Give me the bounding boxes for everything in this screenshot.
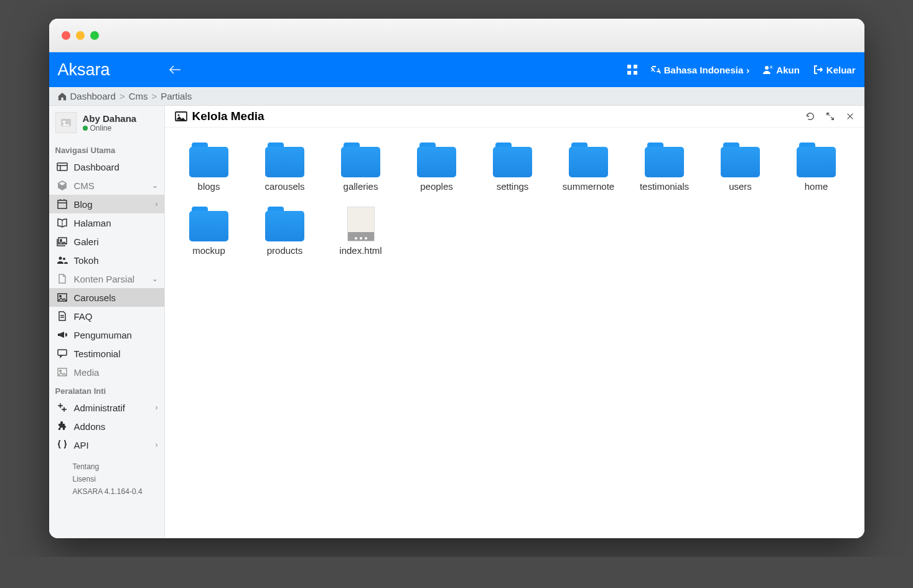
folder-item[interactable]: blogs: [171, 142, 247, 192]
expand-icon[interactable]: [826, 112, 835, 121]
folder-item[interactable]: carousels: [247, 142, 323, 192]
braces-icon: [57, 439, 68, 450]
user-cog-icon: [763, 65, 773, 75]
main-actions: [806, 112, 854, 121]
status-dot-icon: [83, 126, 88, 131]
svg-rect-2: [627, 71, 631, 75]
svg-point-11: [60, 240, 61, 241]
folder-icon: [645, 142, 684, 177]
item-label: index.html: [339, 245, 382, 256]
topbar-right: Bahasa Indonesia › Akun Keluar: [627, 65, 856, 75]
nav-dashboard[interactable]: Dashboard: [49, 157, 164, 176]
file-icon: [347, 207, 375, 241]
fullscreen-toggle-icon[interactable]: [627, 65, 637, 75]
folder-item[interactable]: peoples: [399, 142, 475, 192]
item-label: home: [805, 181, 828, 192]
nav-carousels[interactable]: Carousels: [49, 288, 164, 307]
minimize-window-dot[interactable]: [76, 31, 85, 40]
folder-item[interactable]: testimonials: [627, 142, 703, 192]
breadcrumb-dashboard[interactable]: Dashboard: [70, 91, 116, 101]
nav-tokoh[interactable]: Tokoh: [49, 251, 164, 269]
box-icon: [57, 180, 68, 191]
nav-pengumuman[interactable]: Pengumuman: [49, 325, 164, 344]
footer-tentang[interactable]: Tentang: [73, 460, 158, 473]
nav-blog[interactable]: Blog ›: [49, 195, 164, 213]
app-window: Aksara Bahasa Indonesia › Akun Keluar: [49, 19, 864, 538]
logout-button[interactable]: Keluar: [813, 65, 856, 75]
svg-point-4: [765, 66, 769, 70]
brand-logo[interactable]: Aksara: [58, 60, 169, 80]
sidebar-footer: Tentang Lisensi AKSARA 4.1.164-0.4: [49, 454, 164, 502]
user-profile[interactable]: Aby Dahana Online: [49, 106, 164, 141]
nav-addons[interactable]: Addons: [49, 417, 164, 436]
folder-icon: [797, 142, 836, 177]
language-switcher[interactable]: Bahasa Indonesia ›: [651, 65, 750, 75]
logout-icon: [813, 65, 823, 75]
close-icon[interactable]: [846, 112, 854, 121]
folder-item[interactable]: galleries: [323, 142, 399, 192]
puzzle-icon: [57, 421, 68, 432]
sidebar: Aby Dahana Online Navigasi Utama Dashboa…: [49, 106, 165, 538]
user-status: Online: [83, 124, 137, 133]
svg-point-18: [59, 370, 61, 372]
folder-icon: [493, 142, 532, 177]
account-menu[interactable]: Akun: [763, 65, 800, 75]
footer-lisensi[interactable]: Lisensi: [73, 473, 158, 485]
svg-point-15: [59, 296, 61, 297]
svg-rect-3: [634, 71, 637, 75]
nav-halaman[interactable]: Halaman: [49, 213, 164, 232]
folder-item[interactable]: users: [703, 142, 779, 192]
refresh-icon[interactable]: [806, 112, 815, 121]
svg-point-5: [770, 67, 772, 68]
media-grid: blogscarouselsgalleriespeoplessettingssu…: [165, 128, 864, 271]
nav-testimonial[interactable]: Testimonial: [49, 344, 164, 363]
item-label: mockup: [192, 245, 225, 256]
nav-api[interactable]: API ›: [49, 436, 164, 454]
breadcrumb-cms[interactable]: Cms: [129, 91, 148, 101]
folder-item[interactable]: mockup: [171, 207, 247, 256]
svg-rect-8: [57, 163, 67, 170]
nav-galeri[interactable]: Galeri: [49, 232, 164, 251]
chevron-down-icon: ⌄: [152, 181, 158, 190]
svg-point-20: [63, 408, 65, 411]
folder-item[interactable]: products: [247, 207, 323, 256]
item-label: galleries: [344, 181, 378, 192]
nav-administratif[interactable]: Administratif ›: [49, 398, 164, 417]
nav-media[interactable]: Media: [49, 363, 164, 381]
language-label: Bahasa Indonesia: [664, 65, 744, 75]
back-arrow-icon[interactable]: [169, 65, 186, 74]
breadcrumb-sep: >: [151, 91, 157, 101]
folder-icon: [189, 142, 228, 177]
chevron-down-icon: ⌄: [152, 274, 158, 283]
folder-item[interactable]: settings: [475, 142, 551, 192]
nav-faq[interactable]: FAQ: [49, 307, 164, 325]
folder-item[interactable]: home: [779, 142, 854, 192]
svg-point-22: [177, 114, 179, 116]
book-icon: [57, 217, 68, 228]
images-icon: [57, 236, 68, 247]
folder-icon: [341, 142, 380, 177]
file-icon: [57, 273, 68, 284]
image-icon: [57, 292, 68, 303]
svg-point-13: [63, 258, 65, 260]
breadcrumb: Dashboard > Cms > Partials: [49, 87, 864, 106]
calendar-icon: [57, 198, 68, 210]
close-window-dot[interactable]: [62, 31, 70, 40]
chevron-right-icon: ›: [746, 65, 749, 75]
svg-rect-16: [58, 350, 67, 355]
folder-item[interactable]: summernote: [551, 142, 627, 192]
nav-konten-parsial[interactable]: Konten Parsial ⌄: [49, 269, 164, 288]
logout-label: Keluar: [826, 65, 856, 75]
breadcrumb-partials[interactable]: Partials: [161, 91, 192, 101]
item-label: peoples: [420, 181, 453, 192]
folder-icon: [265, 207, 304, 241]
mac-titlebar: [49, 19, 864, 52]
item-label: settings: [497, 181, 529, 192]
main-panel: Kelola Media blogscarouselsgalleriespeop…: [165, 106, 864, 538]
maximize-window-dot[interactable]: [90, 31, 99, 40]
nav-cms[interactable]: CMS ⌄: [49, 176, 164, 195]
item-label: testimonials: [640, 181, 689, 192]
item-label: users: [729, 181, 752, 192]
folder-icon: [417, 142, 456, 177]
file-item[interactable]: index.html: [323, 207, 399, 256]
